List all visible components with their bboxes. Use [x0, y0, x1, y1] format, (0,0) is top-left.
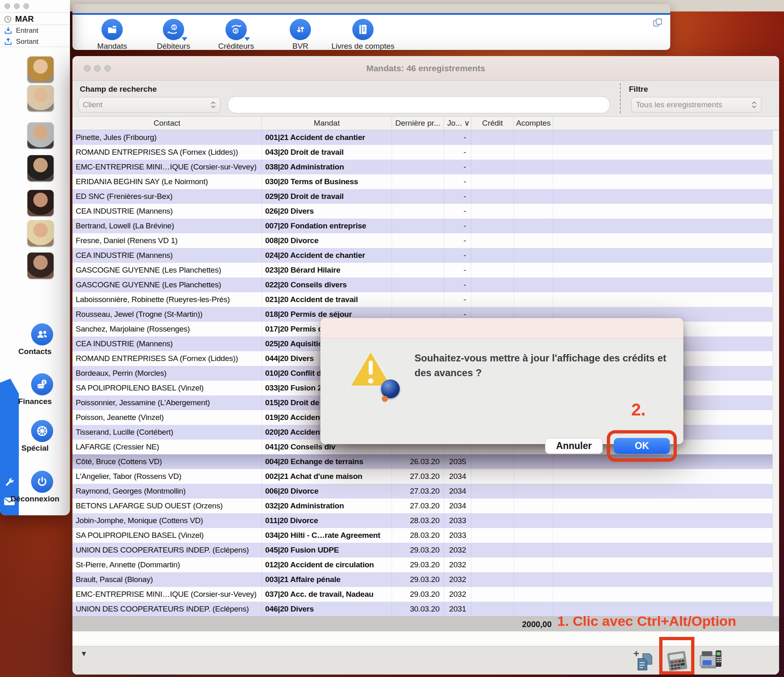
window-titlebar[interactable]: Mandats: 46 enregistrements	[72, 56, 779, 81]
window-traffic-lights[interactable]	[84, 65, 111, 72]
cancel-button[interactable]: Annuler	[545, 438, 603, 454]
search-panel: Champ de recherche Client Filtre Tous le…	[72, 81, 779, 117]
table-row[interactable]: ED SNC (Frenières-sur-Bex)029|20 Droit d…	[72, 189, 779, 204]
toolbar-item-mandats[interactable]: Mandats	[81, 19, 143, 50]
table-row[interactable]: Pinette, Jules (Fribourg)001|21 Accident…	[72, 130, 779, 145]
table-row[interactable]: Brault, Pascal (Blonay)003|21 Affaire pé…	[72, 572, 779, 587]
table-row[interactable]: Fresne, Daniel (Renens VD 1)008|20 Divor…	[72, 233, 779, 248]
cell-derniere: 27.03.20	[392, 484, 444, 499]
table-row[interactable]: BETONS LAFARGE SUD OUEST (Orzens)032|20 …	[72, 499, 779, 513]
table-row[interactable]: UNION DES COOPERATEURS INDEP. (Eclépens)…	[72, 543, 779, 557]
cell-contact: Pinette, Jules (Fribourg)	[72, 130, 262, 145]
cell-mandat: 012|20 Accident de circulation	[262, 557, 392, 572]
scroll-down-triangle-icon[interactable]: ▼	[80, 650, 88, 658]
sidebar-item-finances[interactable]: $	[31, 373, 53, 395]
overlap-windows-icon[interactable]	[652, 17, 663, 28]
cell-credit	[471, 602, 514, 616]
dropdown-triangle-icon[interactable]	[244, 37, 250, 41]
search-field-label: Champ de recherche	[80, 85, 157, 94]
column-header-jo[interactable]: Jo... ∨	[444, 117, 471, 130]
table-header[interactable]: ContactMandatDernière pr...Jo... ∨Crédit…	[72, 117, 779, 130]
column-header-acomptes[interactable]: Acomptes	[514, 117, 553, 130]
table-row[interactable]: CEA INDUSTRIE (Mannens)026|20 Divers-	[72, 204, 779, 219]
cell-contact: Laboissonnière, Robinette (Rueyres-les-P…	[72, 292, 262, 307]
cell-credit	[471, 233, 514, 248]
table-row[interactable]: GASCOGNE GUYENNE (Les Planchettes)023|20…	[72, 263, 779, 278]
cell-derniere: 30.03.20	[392, 602, 444, 616]
filter-select[interactable]: Tous les enregistrements	[631, 97, 761, 113]
cell-derniere	[392, 160, 444, 174]
cell-acomptes	[514, 528, 553, 543]
sidebar-item-label: Spécial	[0, 444, 70, 453]
toolbar-item-crediteurs[interactable]: $Créditeurs	[205, 19, 267, 50]
dropdown-triangle-icon[interactable]	[182, 37, 187, 41]
ok-highlight-ring	[607, 430, 677, 462]
avatar[interactable]	[27, 190, 54, 216]
cell-mandat: 029|20 Droit de travail	[262, 189, 392, 204]
add-document-icon[interactable]: +	[632, 649, 654, 672]
cell-acomptes	[514, 557, 553, 572]
cell-mandat: 032|20 Administration	[262, 499, 392, 513]
cell-jo: 2034	[444, 484, 471, 499]
toolbar-accent-line	[72, 13, 670, 15]
column-header-credit[interactable]: Crédit	[471, 117, 514, 130]
cell-jo: 2033	[444, 513, 471, 528]
sidebar-traffic-lights[interactable]	[5, 3, 29, 9]
search-input[interactable]	[228, 96, 610, 113]
sidebar-item-special[interactable]	[31, 420, 53, 442]
hand-coin-icon: $	[230, 23, 243, 36]
vertical-scrollbar[interactable]	[773, 131, 779, 616]
sidebar-item-contacts[interactable]	[31, 323, 53, 345]
cell-contact: Bordeaux, Perrin (Morcles)	[72, 366, 262, 381]
avatar[interactable]	[27, 85, 54, 111]
toolbar-titlebar[interactable]	[72, 4, 670, 13]
table-row[interactable]: Raymond, Georges (Montmollin)006|20 Divo…	[72, 484, 779, 499]
table-row[interactable]: Laboissonnière, Robinette (Rueyres-les-P…	[72, 292, 779, 307]
toolbar-item-debiteurs[interactable]: $Débiteurs	[143, 19, 204, 50]
cell-acomptes	[514, 145, 553, 160]
toolbar-item-livres-de-comptes[interactable]: Livres de comptes	[328, 19, 398, 50]
avatar[interactable]	[27, 220, 54, 246]
avatar[interactable]	[27, 56, 54, 83]
cell-acomptes	[514, 543, 553, 557]
svg-text:$: $	[43, 380, 45, 384]
sidebar-item-entrant[interactable]: Entrant	[4, 26, 38, 35]
column-header-mandat[interactable]: Mandat	[262, 117, 392, 130]
column-header-contact[interactable]: Contact	[72, 117, 262, 130]
sidebar-item-deconnexion[interactable]	[31, 471, 53, 493]
toolbar-item-bvr[interactable]: BVR	[270, 19, 331, 50]
printer-fax-icon[interactable]	[699, 648, 723, 672]
table-row[interactable]: GASCOGNE GUYENNE (Les Planchettes)022|20…	[72, 278, 779, 292]
table-row[interactable]: ERIDANIA BEGHIN SAY (Le Noirmont)030|20 …	[72, 174, 779, 189]
search-field-select[interactable]: Client	[78, 97, 221, 113]
cell-contact: LAFARGE (Cressier NE)	[72, 440, 262, 454]
cell-contact: GASCOGNE GUYENNE (Les Planchettes)	[72, 278, 262, 292]
sidebar-item-sortant[interactable]: Sortant	[4, 37, 38, 46]
column-header-derniere-pr[interactable]: Dernière pr...	[392, 117, 444, 130]
cell-derniere	[392, 204, 444, 219]
cell-credit	[471, 248, 514, 263]
table-row[interactable]: SA POLIPROPILENO BASEL (Vinzel)034|20 Hi…	[72, 528, 779, 543]
cell-credit	[471, 587, 514, 602]
cell-jo: -	[444, 233, 471, 248]
badge-dot-icon	[382, 396, 388, 402]
table-row[interactable]: L'Angelier, Tabor (Rossens VD)002|21 Ach…	[72, 469, 779, 484]
wrench-icon[interactable]	[4, 477, 15, 488]
avatar[interactable]	[27, 253, 54, 279]
toolbar-item-label: Livres de comptes	[328, 42, 398, 50]
table-row[interactable]: St-Pierre, Annette (Dommartin)012|20 Acc…	[72, 557, 779, 572]
table-row[interactable]: EMC-ENTREPRISE MINI…IQUE (Corsier-sur-Ve…	[72, 160, 779, 174]
avatar[interactable]	[27, 155, 54, 181]
cell-jo: -	[444, 263, 471, 278]
cell-acomptes	[514, 572, 553, 587]
dialog-titlebar[interactable]	[320, 318, 683, 338]
cell-derniere: 28.03.20	[392, 513, 444, 528]
table-row[interactable]: Bertrand, Lowell (La Brévine)007|20 Fond…	[72, 219, 779, 233]
table-row[interactable]: EMC-ENTREPRISE MINI…IQUE (Corsier-sur-Ve…	[72, 587, 779, 602]
table-row[interactable]: ROMAND ENTREPRISES SA (Fornex (Liddes))0…	[72, 145, 779, 160]
table-row[interactable]: CEA INDUSTRIE (Mannens)024|20 Accident d…	[72, 248, 779, 263]
cell-mandat: 043|20 Droit de travail	[262, 145, 392, 160]
avatar[interactable]	[27, 122, 54, 149]
table-row[interactable]: Jobin-Jomphe, Monique (Cottens VD)011|20…	[72, 513, 779, 528]
desktop: Mandats$Débiteurs$CréditeursBVRLivres de…	[0, 0, 784, 677]
